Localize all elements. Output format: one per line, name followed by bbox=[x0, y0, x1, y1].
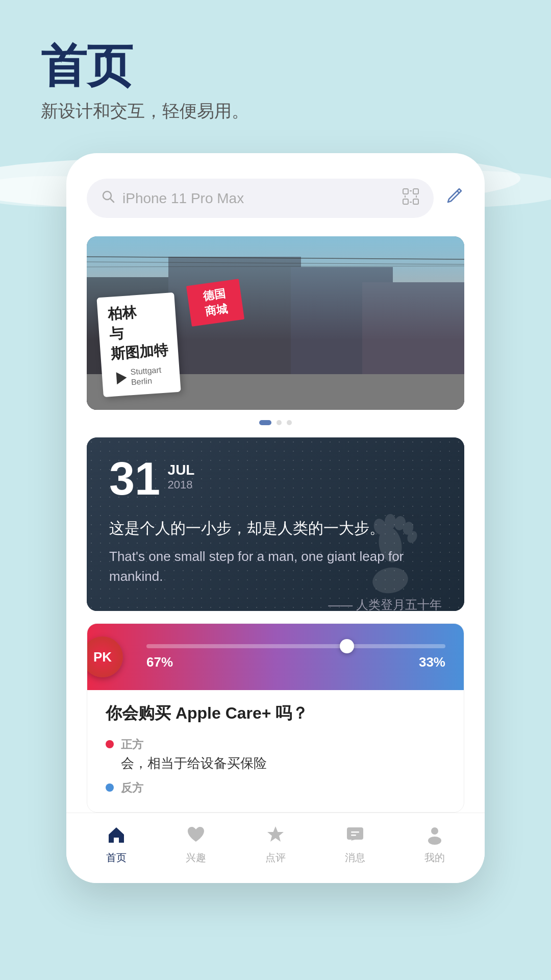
tab-messages[interactable]: 消息 bbox=[342, 821, 368, 865]
pk-progress-track bbox=[146, 644, 445, 648]
pk-card[interactable]: PK 67% 33% 你会购买 Apple Care+ 吗？ 正方 bbox=[87, 623, 464, 813]
page-title: 首页 bbox=[41, 41, 249, 91]
svg-rect-6 bbox=[403, 189, 408, 194]
user-icon bbox=[421, 821, 448, 848]
search-bar[interactable]: iPhone 11 Pro Max bbox=[87, 179, 434, 218]
pk-option-2: 反方 bbox=[87, 776, 464, 800]
option2-label: 反方 bbox=[121, 780, 143, 796]
tab-home-label: 首页 bbox=[106, 851, 127, 865]
svg-line-14 bbox=[457, 191, 459, 193]
star-icon bbox=[262, 821, 289, 848]
carousel-dot-1[interactable] bbox=[259, 420, 271, 425]
tab-home[interactable]: 首页 bbox=[103, 821, 130, 865]
tab-reviews-label: 点评 bbox=[265, 851, 286, 865]
svg-point-28 bbox=[431, 827, 438, 835]
tab-bar: 首页 兴趣 点评 bbox=[66, 813, 485, 883]
tab-interests-label: 兴趣 bbox=[186, 851, 206, 865]
search-input-placeholder: iPhone 11 Pro Max bbox=[122, 190, 395, 207]
date-card[interactable]: 31 JUL 2018 这是个人的一小步，却是人类的一大步。 That's on… bbox=[87, 437, 464, 611]
quote-chinese: 这是个人的一小步，却是人类的一大步。 bbox=[109, 516, 442, 541]
carousel-dot-2[interactable] bbox=[277, 420, 282, 425]
tab-profile-label: 我的 bbox=[424, 851, 445, 865]
svg-rect-25 bbox=[347, 827, 363, 840]
home-icon bbox=[103, 821, 130, 848]
svg-rect-7 bbox=[413, 189, 418, 194]
svg-line-17 bbox=[87, 266, 464, 267]
svg-line-16 bbox=[87, 262, 464, 264]
option-dot-red bbox=[106, 740, 114, 748]
search-bar-row: iPhone 11 Pro Max bbox=[87, 179, 464, 218]
date-day: 31 bbox=[109, 456, 160, 502]
pk-question: 你会购买 Apple Care+ 吗？ bbox=[87, 690, 464, 733]
banner-section[interactable]: 德国 商城 柏林 与 斯图加特 StuttgartBerlin bbox=[87, 236, 464, 410]
carousel-dots bbox=[87, 420, 464, 425]
page-subtitle: 新设计和交互，轻便易用。 bbox=[41, 100, 249, 123]
option1-label: 正方 bbox=[121, 737, 267, 752]
svg-rect-27 bbox=[351, 835, 356, 836]
scan-icon[interactable] bbox=[402, 188, 419, 209]
date-month: JUL bbox=[168, 462, 195, 478]
search-icon bbox=[101, 189, 115, 207]
heart-icon bbox=[183, 821, 209, 848]
phone-mockup: iPhone 11 Pro Max bbox=[66, 153, 485, 883]
tab-messages-label: 消息 bbox=[345, 851, 365, 865]
svg-rect-8 bbox=[403, 199, 408, 204]
carousel-dot-3[interactable] bbox=[287, 420, 292, 425]
banner-card-line3: 斯图加特 bbox=[110, 342, 168, 362]
svg-line-15 bbox=[87, 257, 464, 259]
svg-rect-9 bbox=[413, 199, 418, 204]
banner-image: 德国 商城 柏林 与 斯图加特 StuttgartBerlin bbox=[87, 236, 464, 410]
pk-header: PK 67% 33% bbox=[87, 624, 464, 690]
tab-interests[interactable]: 兴趣 bbox=[183, 821, 209, 865]
pk-badge: PK bbox=[87, 636, 123, 677]
message-icon bbox=[342, 821, 368, 848]
option-dot-blue bbox=[106, 783, 114, 792]
svg-point-29 bbox=[428, 837, 441, 845]
option1-text: 会，相当于给设备买保险 bbox=[121, 754, 267, 772]
svg-rect-26 bbox=[351, 831, 359, 833]
edit-icon[interactable] bbox=[444, 186, 464, 211]
date-year: 2018 bbox=[168, 478, 195, 492]
svg-line-5 bbox=[110, 199, 114, 202]
banner-card-line1: 柏林 bbox=[108, 304, 137, 322]
pk-option-1: 正方 会，相当于给设备买保险 bbox=[87, 733, 464, 776]
tab-reviews[interactable]: 点评 bbox=[262, 821, 289, 865]
quote-english: That's one small step for a man, one gia… bbox=[109, 547, 442, 586]
tab-profile[interactable]: 我的 bbox=[421, 821, 448, 865]
banner-card-line2: 与 bbox=[109, 325, 124, 342]
banner-red-label-line1: 德国 bbox=[202, 287, 226, 303]
pk-right-percentage: 33% bbox=[419, 654, 445, 670]
pk-left-percentage: 67% bbox=[146, 654, 173, 670]
banner-red-label-line2: 商城 bbox=[204, 302, 228, 318]
quote-source: —— 人类登月五十年 bbox=[109, 597, 442, 611]
pk-thumb bbox=[340, 639, 354, 653]
